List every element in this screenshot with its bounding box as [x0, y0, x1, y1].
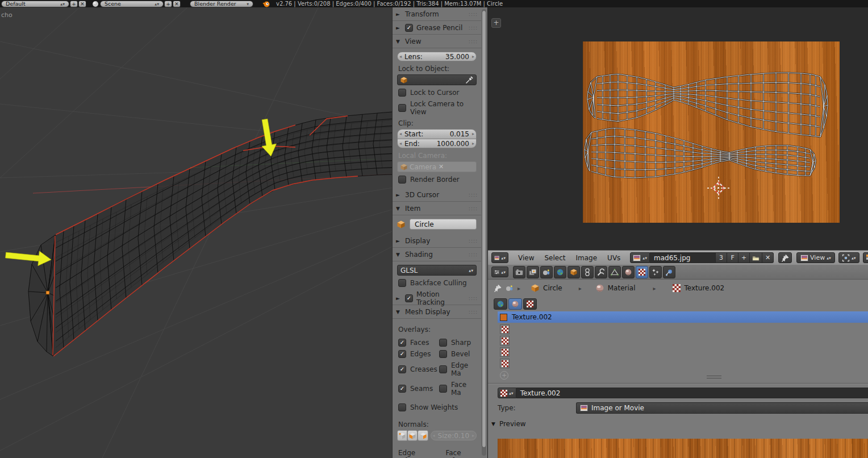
- decrement-arrow-icon[interactable]: ◂: [399, 141, 402, 146]
- add-screen-layout-button[interactable]: +: [70, 1, 78, 7]
- material-textures-button[interactable]: [508, 298, 522, 310]
- item-name-field[interactable]: Circle: [410, 219, 477, 230]
- eyedropper-icon[interactable]: [465, 76, 473, 84]
- panel-drag-grip[interactable]: ::::: [469, 39, 478, 44]
- menu-select[interactable]: Select: [539, 254, 570, 262]
- lock-object-field[interactable]: [397, 74, 477, 85]
- clip-start-slider[interactable]: ◂ Start: 0.015 ▸: [397, 129, 477, 139]
- add-texture-slot-button[interactable]: +: [500, 371, 508, 380]
- panel-drag-grip[interactable]: ::::: [469, 238, 478, 244]
- tab-material[interactable]: [622, 266, 635, 278]
- texture-browse-button[interactable]: ▲▼: [498, 388, 516, 398]
- grease-pencil-checkbox[interactable]: [405, 24, 413, 32]
- panel-drag-grip[interactable]: ::::: [469, 192, 478, 198]
- face-marks-checkbox[interactable]: [439, 385, 447, 393]
- local-camera-field[interactable]: Camera ✕: [397, 161, 477, 172]
- breadcrumb-texture[interactable]: Texture.002: [685, 284, 725, 292]
- viewport-3d[interactable]: cho: [0, 7, 392, 458]
- editor-type-button[interactable]: ▲▼: [491, 267, 508, 277]
- panel-drag-grip[interactable]: ::::: [469, 11, 478, 17]
- sticky-selection-button[interactable]: [863, 252, 868, 263]
- render-border-checkbox[interactable]: [398, 176, 406, 184]
- clip-end-slider[interactable]: ◂ End: 1000.000 ▸: [397, 139, 477, 148]
- loose-edge-normals-button[interactable]: [407, 430, 418, 441]
- panel-drag-grip[interactable]: ::::: [469, 252, 478, 257]
- texture-slot-empty[interactable]: [500, 336, 510, 345]
- panel-3d-cursor[interactable]: ► 3D Cursor ::::: [393, 188, 481, 202]
- panel-view[interactable]: ▼ View ::::: [393, 35, 481, 48]
- scene-selector[interactable]: Scene ▲▼: [100, 1, 164, 7]
- pin-button[interactable]: [778, 252, 792, 263]
- normals-size-slider[interactable]: ◂ Size: 0.10 ▸: [431, 431, 477, 440]
- vertex-normals-button[interactable]: [397, 430, 407, 441]
- panel-drag-grip[interactable]: ::::: [469, 309, 478, 315]
- panel-motion-tracking[interactable]: ► Motion Tracking ::::: [393, 292, 481, 305]
- uv-canvas[interactable]: +: [488, 7, 868, 250]
- panel-grease-pencil[interactable]: ► Grease Pencil ::::: [393, 21, 481, 35]
- image-browse-button[interactable]: ▲▼: [630, 252, 650, 263]
- lock-to-cursor-checkbox[interactable]: [398, 89, 406, 97]
- panel-drag-grip[interactable]: ::::: [469, 25, 478, 31]
- clear-icon[interactable]: ✕: [439, 163, 444, 170]
- render-engine-selector[interactable]: Blender Render ▼: [190, 1, 253, 7]
- panel-drag-grip[interactable]: ::::: [469, 295, 478, 301]
- faces-checkbox[interactable]: [398, 339, 406, 347]
- image-name-field[interactable]: mad65.jpg: [650, 252, 716, 263]
- texture-slot-empty[interactable]: [500, 359, 510, 368]
- panel-display[interactable]: ► Display ::::: [393, 234, 481, 248]
- panel-shading[interactable]: ▼ Shading ::::: [393, 248, 481, 261]
- lens-slider[interactable]: ◂ Lens: 35.000 ▸: [397, 52, 477, 61]
- menu-uvs[interactable]: UVs: [602, 254, 625, 262]
- decrement-arrow-icon[interactable]: ◂: [399, 54, 402, 59]
- scrollbar-track[interactable]: [482, 9, 486, 456]
- fake-user-button[interactable]: F: [727, 252, 738, 263]
- scrollbar-thumb[interactable]: [482, 10, 486, 448]
- list-resize-grip[interactable]: [707, 376, 721, 378]
- delete-screen-layout-button[interactable]: ✕: [78, 1, 86, 7]
- other-textures-button[interactable]: [523, 298, 537, 310]
- delete-scene-button[interactable]: ✕: [173, 1, 181, 7]
- texture-slot-empty[interactable]: [500, 324, 510, 334]
- lock-camera-checkbox[interactable]: [398, 104, 406, 112]
- new-image-button[interactable]: +: [738, 252, 750, 263]
- tab-constraints[interactable]: [581, 266, 594, 278]
- panel-item[interactable]: ▼ Item ::::: [393, 202, 481, 215]
- breadcrumb-object[interactable]: Circle: [543, 284, 562, 292]
- edges-checkbox[interactable]: [398, 350, 406, 358]
- tab-render[interactable]: [513, 266, 525, 278]
- unlink-image-button[interactable]: ✕: [762, 252, 774, 263]
- increment-arrow-icon[interactable]: ▸: [472, 131, 474, 136]
- display-mode-dropdown[interactable]: View ▲▼: [796, 252, 835, 263]
- sharp-checkbox[interactable]: [439, 339, 447, 347]
- bevel-checkbox[interactable]: [439, 350, 447, 358]
- screen-layout-selector[interactable]: Default ▲▼: [1, 1, 69, 7]
- panel-mesh-display[interactable]: ▼ Mesh Display ::::: [393, 305, 481, 319]
- editor-type-button[interactable]: ▲▼: [491, 252, 508, 263]
- face-normals-button[interactable]: [418, 430, 428, 441]
- tab-scene[interactable]: [540, 266, 553, 278]
- breadcrumb-material[interactable]: Material: [608, 284, 636, 292]
- panel-preview[interactable]: ▼ Preview: [491, 420, 868, 428]
- shading-mode-dropdown[interactable]: GLSL ▲▼: [397, 265, 477, 276]
- tab-physics[interactable]: [663, 266, 675, 278]
- world-textures-button[interactable]: [494, 298, 507, 310]
- decrement-arrow-icon[interactable]: ◂: [399, 131, 402, 136]
- tab-object[interactable]: [567, 266, 580, 278]
- add-scene-button[interactable]: +: [164, 1, 172, 7]
- open-image-button[interactable]: [750, 252, 762, 263]
- motion-tracking-checkbox[interactable]: [405, 294, 413, 302]
- pivot-dropdown[interactable]: ▲▼: [838, 252, 859, 263]
- panel-drag-grip[interactable]: ::::: [469, 206, 478, 211]
- texture-name-field[interactable]: Texture.002: [516, 388, 868, 398]
- tab-render-layers[interactable]: [527, 266, 539, 278]
- tab-world[interactable]: [554, 266, 566, 278]
- texture-type-dropdown[interactable]: Image or Movie: [576, 402, 868, 414]
- show-weights-checkbox[interactable]: [398, 403, 406, 411]
- tab-texture[interactable]: [636, 266, 648, 278]
- backface-culling-checkbox[interactable]: [398, 279, 406, 287]
- menu-view[interactable]: View: [513, 254, 539, 262]
- increment-arrow-icon[interactable]: ▸: [472, 141, 474, 146]
- seams-checkbox[interactable]: [398, 385, 406, 393]
- menu-image[interactable]: Image: [571, 254, 603, 262]
- panel-transform[interactable]: ► Transform ::::: [393, 7, 481, 21]
